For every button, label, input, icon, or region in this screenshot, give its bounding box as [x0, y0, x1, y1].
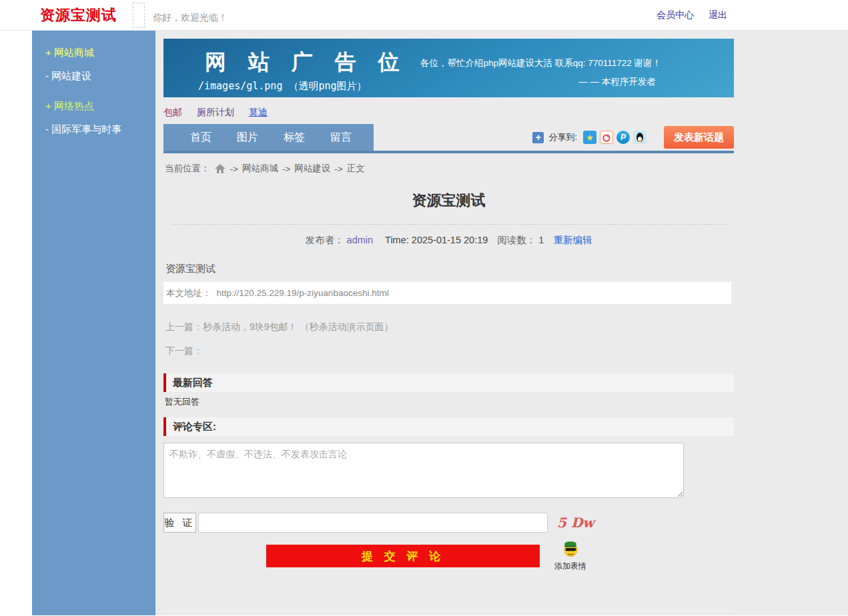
weibo-share-icon[interactable]	[600, 131, 613, 144]
ad-banner-left: 网 站 广 告 位 /images/gl.png （透明png图片）	[163, 39, 408, 97]
submit-comment-button[interactable]: 提 交 评 论	[266, 545, 540, 567]
account-links: 会员中心 退出	[645, 9, 727, 21]
share-label: 分享到:	[548, 131, 577, 143]
tab-images[interactable]: 图片	[237, 131, 258, 145]
re-edit-link[interactable]: 重新编辑	[553, 235, 592, 245]
home-icon[interactable]	[214, 163, 226, 174]
publish-time: Time: 2025-01-15 20:19	[385, 235, 488, 245]
ad-message-line1: 各位，帮忙介绍php网站建设大活 联系qq: 770111722 谢谢！	[420, 57, 734, 69]
new-topic-button[interactable]: 发表新话题	[664, 126, 734, 149]
views-label: 阅读数：	[497, 235, 536, 245]
main-area: 网 站 广 告 位 /images/gl.png （透明png图片） 各位，帮忙…	[155, 31, 848, 615]
ad-subtitle: /images/gl.png （透明png图片）	[198, 80, 408, 93]
emoji-icon	[562, 541, 580, 557]
sidebar-item-label: 网站建设	[51, 70, 91, 81]
sidebar-item-webdev[interactable]: - 网站建设	[32, 65, 155, 88]
expand-icon: +	[45, 100, 51, 111]
site-logo: 资源宝测试	[40, 5, 117, 25]
breadcrumb-separator: ->	[230, 164, 238, 174]
prev-post-link[interactable]: 秒杀活动，9块9包邮！ （秒杀活动演示页面）	[203, 321, 393, 332]
url-label: 本文地址：	[166, 287, 211, 299]
qq-penguin-glyph	[635, 132, 645, 143]
submit-row: 提 交 评 论 添加表情	[163, 545, 734, 572]
nav-tabs: 首页 图片 标签 留言	[163, 124, 374, 151]
weibo-glyph	[601, 132, 612, 143]
breadcrumb: 当前位置： -> 网站商城 -> 网站建设 -> 正文	[163, 153, 734, 181]
sidebar-item-label: 网站商城	[54, 47, 94, 58]
article-meta: 发布者：adminTime: 2025-01-15 20:19阅读数： 1重新编…	[163, 234, 734, 247]
breadcrumb-separator: ->	[334, 164, 342, 174]
publisher-label: 发布者：	[306, 235, 344, 245]
left-gutter	[0, 31, 32, 615]
breadcrumb-prefix: 当前位置：	[165, 163, 210, 175]
no-answers-text: 暂无回答	[163, 396, 734, 408]
article-url[interactable]: http://120.25.229.19/p-ziyuanbaoceshi.ht…	[217, 288, 389, 298]
article-url-bar: 本文地址： http://120.25.229.19/p-ziyuanbaoce…	[163, 282, 731, 304]
sidebar-item-label: 国际军事与时事	[51, 123, 121, 135]
article-title: 资源宝测试	[163, 191, 734, 211]
logout-link[interactable]: 退出	[709, 9, 727, 20]
share-plus-icon[interactable]: +	[532, 132, 544, 143]
tag-links: 包邮 厕所计划 莫迪	[163, 107, 734, 119]
category-sidebar: + 网站商城 - 网站建设 + 网络热点 - 国际军事与时事	[32, 31, 155, 615]
add-emoji-control[interactable]: 添加表情	[554, 541, 586, 572]
tab-messages[interactable]: 留言	[330, 131, 352, 145]
logo-placeholder-box	[133, 3, 145, 28]
tag-link[interactable]: 莫迪	[249, 107, 268, 117]
captcha-row: 验 证 5 Dw	[163, 513, 734, 533]
ad-banner-right: 各位，帮忙介绍php网站建设大活 联系qq: 770111722 谢谢！ — —…	[420, 39, 734, 97]
top-bar: 资源宝测试 你好，欢迎光临！ 会员中心 退出	[0, 0, 848, 31]
captcha-input[interactable]	[198, 513, 548, 533]
prev-post-row: 上一篇：秒杀活动，9块9包邮！ （秒杀活动演示页面）	[163, 321, 734, 333]
pengyou-share-icon[interactable]: P	[616, 131, 630, 144]
add-emoji-label: 添加表情	[554, 561, 586, 572]
captcha-label: 验 证	[163, 513, 196, 533]
title-divider	[171, 224, 726, 225]
collapse-icon: -	[45, 70, 49, 81]
collapse-icon: -	[45, 123, 49, 135]
breadcrumb-link[interactable]: 网站建设	[294, 163, 330, 175]
breadcrumb-current: 正文	[347, 163, 365, 175]
prev-label: 上一篇：	[165, 321, 203, 332]
sidebar-item-label: 网络热点	[54, 100, 94, 111]
nav-row: 首页 图片 标签 留言 + 分享到: ★ P	[163, 124, 734, 151]
breadcrumb-separator: ->	[282, 164, 290, 174]
ad-message-line2: — — 本程序开发者	[420, 76, 734, 88]
share-bar: + 分享到: ★ P	[532, 131, 647, 144]
sidebar-item-military[interactable]: - 国际军事与时事	[32, 118, 155, 141]
member-center-link[interactable]: 会员中心	[657, 9, 694, 20]
breadcrumb-link[interactable]: 网站商城	[242, 163, 278, 175]
ad-banner[interactable]: 网 站 广 告 位 /images/gl.png （透明png图片） 各位，帮忙…	[163, 39, 734, 97]
publisher-link[interactable]: admin	[347, 235, 374, 245]
welcome-text: 你好，欢迎光临！	[153, 12, 228, 24]
tab-home[interactable]: 首页	[190, 131, 211, 145]
qzone-share-icon[interactable]: ★	[583, 131, 596, 144]
captcha-code: 5 Dw	[557, 515, 594, 531]
comment-section-header: 评论专区:	[163, 417, 734, 436]
tab-tags[interactable]: 标签	[284, 131, 305, 145]
next-label: 下一篇：	[165, 345, 203, 356]
article-body: 资源宝测试	[163, 263, 734, 275]
next-post-row: 下一篇：	[163, 345, 734, 357]
expand-icon: +	[45, 47, 51, 58]
views-count: 1	[538, 235, 544, 245]
footer-sections: 推荐帖子 置顶帖子	[163, 611, 734, 616]
sidebar-item-shop[interactable]: + 网站商城	[32, 41, 155, 65]
sidebar-item-hotspots[interactable]: + 网络热点	[32, 95, 155, 118]
tag-link[interactable]: 厕所计划	[197, 107, 234, 117]
qq-share-icon[interactable]	[633, 131, 647, 144]
ad-title: 网 站 广 告 位	[205, 48, 408, 77]
latest-answers-header: 最新回答	[163, 373, 734, 392]
comment-textarea[interactable]	[163, 443, 684, 498]
tag-link[interactable]: 包邮	[163, 107, 182, 117]
